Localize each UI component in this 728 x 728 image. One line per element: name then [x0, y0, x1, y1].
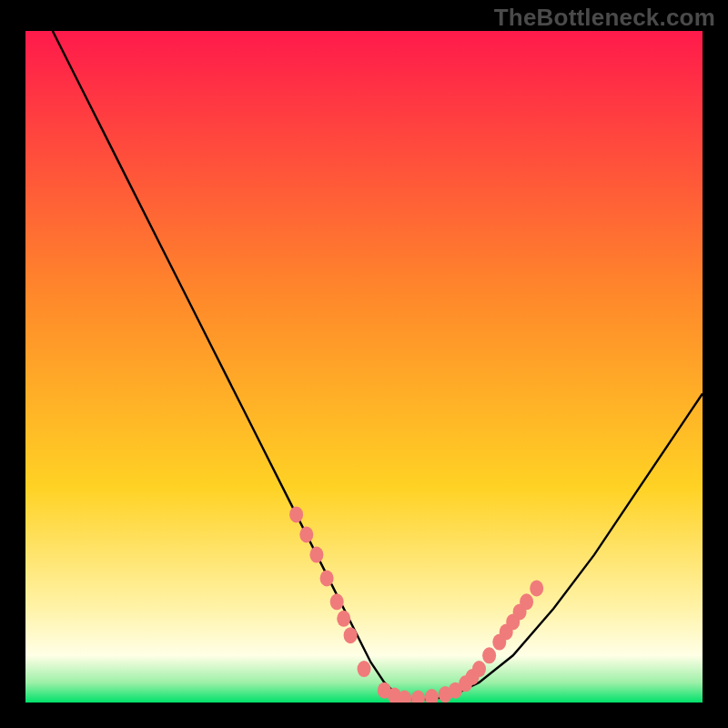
curve-marker — [320, 571, 334, 587]
chart-plot-area — [25, 31, 703, 703]
curve-marker — [337, 611, 350, 627]
curve-marker — [482, 647, 496, 663]
curve-marker — [530, 581, 543, 597]
curve-marker — [289, 506, 303, 522]
curve-marker — [344, 627, 358, 643]
curve-marker — [472, 661, 486, 677]
chart-background-gradient — [25, 31, 703, 703]
curve-marker — [330, 593, 344, 610]
chart-svg — [25, 31, 703, 703]
curve-marker — [358, 661, 371, 677]
curve-marker — [309, 547, 323, 563]
chart-frame: TheBottleneck.com — [0, 0, 728, 728]
watermark-text: TheBottleneck.com — [494, 4, 715, 32]
curve-marker — [520, 593, 533, 610]
curve-marker — [299, 527, 313, 543]
